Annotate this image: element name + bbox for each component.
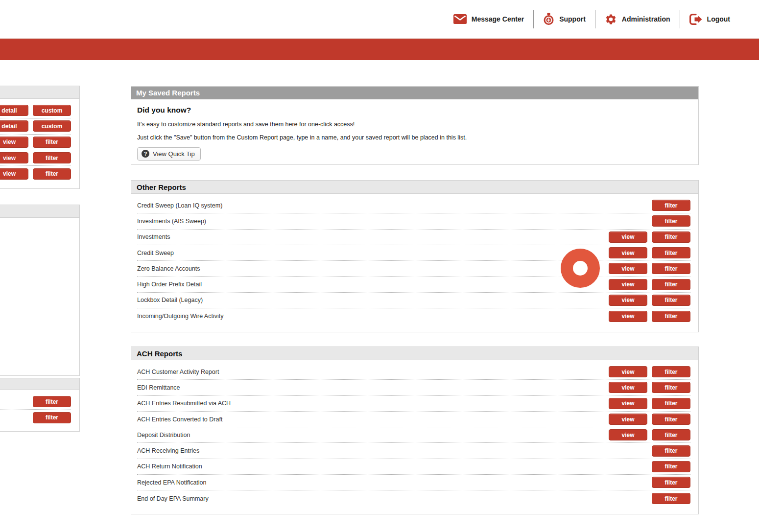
view-button[interactable]: view bbox=[609, 231, 647, 243]
filter-slot: filter bbox=[652, 215, 690, 227]
view-slot: view bbox=[609, 231, 647, 243]
filter-button[interactable]: filter bbox=[33, 152, 71, 163]
button-slot: filter bbox=[33, 152, 71, 163]
saved-reports-tip-line2: Just click the "Save" button from the Cu… bbox=[137, 134, 692, 141]
other-report-row: Credit Sweep (Loan IQ system)filter bbox=[137, 198, 690, 213]
filter-button[interactable]: filter bbox=[652, 493, 690, 504]
report-name: End of Day EPA Summary bbox=[137, 495, 604, 502]
nav-item-logout[interactable]: Logout bbox=[680, 14, 739, 25]
nav-item-support[interactable]: Support bbox=[534, 13, 595, 25]
view-button[interactable]: view bbox=[0, 152, 28, 163]
view-button[interactable]: view bbox=[609, 263, 647, 274]
view-button[interactable]: view bbox=[609, 382, 647, 393]
filter-button[interactable]: filter bbox=[652, 398, 690, 409]
custom-button[interactable]: custom bbox=[33, 120, 71, 132]
ach-reports-list: ACH Customer Activity ReportviewfilterED… bbox=[131, 360, 698, 507]
view-button[interactable]: view bbox=[609, 311, 647, 322]
report-name: ACH Entries Resubmitted via ACH bbox=[137, 400, 604, 407]
filter-slot: filter bbox=[652, 311, 690, 322]
filter-button[interactable]: filter bbox=[33, 396, 71, 407]
detail-button[interactable]: detail bbox=[0, 120, 28, 132]
sidebar-top-row: detailcustom bbox=[0, 103, 71, 118]
ach-report-row: ACH Return Notificationfilter bbox=[137, 459, 690, 475]
view-slot: view bbox=[609, 247, 647, 258]
filter-button[interactable]: filter bbox=[33, 412, 71, 423]
view-quick-tip-button[interactable]: ? View Quick Tip bbox=[137, 147, 201, 161]
button-slot: filter bbox=[33, 396, 71, 407]
other-report-row: Investmentsviewfilter bbox=[137, 230, 690, 245]
view-button[interactable]: view bbox=[609, 279, 647, 290]
filter-button[interactable]: filter bbox=[652, 477, 690, 488]
brand-banner bbox=[0, 38, 759, 60]
filter-slot: filter bbox=[652, 366, 690, 377]
other-report-row: Investments (AIS Sweep)filter bbox=[137, 213, 690, 229]
other-report-row: Credit Sweepviewfilter bbox=[137, 245, 690, 261]
custom-button[interactable]: custom bbox=[33, 105, 71, 116]
report-name: ACH Return Notification bbox=[137, 463, 604, 470]
button-slot: filter bbox=[33, 168, 71, 180]
view-button[interactable]: view bbox=[0, 168, 28, 180]
filter-button[interactable]: filter bbox=[33, 168, 71, 180]
filter-slot: filter bbox=[652, 493, 690, 504]
filter-button[interactable]: filter bbox=[652, 231, 690, 243]
filter-button[interactable]: filter bbox=[33, 137, 71, 148]
report-name: ACH Entries Converted to Draft bbox=[137, 416, 604, 423]
view-slot: view bbox=[609, 429, 647, 440]
button-slot: view bbox=[0, 137, 28, 148]
sidebar-top-row: viewfilter bbox=[0, 166, 71, 182]
view-button[interactable]: view bbox=[609, 295, 647, 306]
filter-button[interactable]: filter bbox=[652, 382, 690, 393]
button-slot: filter bbox=[33, 412, 71, 423]
filter-button[interactable]: filter bbox=[652, 429, 690, 440]
report-name: ACH Receiving Entries bbox=[137, 447, 604, 454]
ach-report-row: ACH Entries Resubmitted via ACHviewfilte… bbox=[137, 396, 690, 412]
report-name: Rejected EPA Notification bbox=[137, 479, 604, 486]
button-slot: detail bbox=[0, 105, 28, 116]
filter-button[interactable]: filter bbox=[652, 215, 690, 227]
report-name: Deposit Distribution bbox=[137, 432, 604, 439]
filter-button[interactable]: filter bbox=[652, 295, 690, 306]
view-slot: view bbox=[609, 366, 647, 377]
sidebar-bottom-row: filter bbox=[0, 410, 71, 425]
report-name: Incoming/Outgoing Wire Activity bbox=[137, 313, 604, 320]
filter-slot: filter bbox=[652, 477, 690, 488]
nav-item-message-center[interactable]: Message Center bbox=[444, 14, 533, 24]
nav-item-administration[interactable]: Administration bbox=[595, 13, 680, 25]
filter-button[interactable]: filter bbox=[652, 366, 690, 377]
filter-slot: filter bbox=[652, 414, 690, 425]
view-button[interactable]: view bbox=[609, 366, 647, 377]
view-button[interactable]: view bbox=[609, 414, 647, 425]
filter-button[interactable]: filter bbox=[652, 279, 690, 290]
view-button[interactable]: view bbox=[609, 398, 647, 409]
report-name: Investments bbox=[137, 233, 604, 240]
filter-button[interactable]: filter bbox=[652, 247, 690, 258]
view-button[interactable]: view bbox=[609, 429, 647, 440]
button-slot: view bbox=[0, 152, 28, 163]
report-name: Credit Sweep bbox=[137, 250, 604, 256]
report-name: Lockbox Detail (Legacy) bbox=[137, 297, 604, 303]
filter-button[interactable]: filter bbox=[652, 445, 690, 457]
sidebar-panel-top: detailcustomdetailcustomviewfilterviewfi… bbox=[0, 86, 80, 189]
filter-button[interactable]: filter bbox=[652, 414, 690, 425]
saved-reports-tip-line1: It's easy to customize standard reports … bbox=[137, 121, 692, 128]
filter-button[interactable]: filter bbox=[652, 263, 690, 274]
other-report-row: High Order Prefix Detailviewfilter bbox=[137, 277, 690, 292]
other-reports-title: Other Reports bbox=[131, 181, 698, 194]
view-slot: view bbox=[609, 295, 647, 306]
nav-item-label: Support bbox=[559, 15, 586, 23]
filter-button[interactable]: filter bbox=[652, 311, 690, 322]
view-slot: view bbox=[609, 414, 647, 425]
detail-button[interactable]: detail bbox=[0, 105, 28, 116]
view-slot: view bbox=[609, 311, 647, 322]
ach-report-row: Deposit Distributionviewfilter bbox=[137, 427, 690, 443]
logout-icon bbox=[689, 14, 702, 25]
filter-button[interactable]: filter bbox=[652, 461, 690, 472]
view-button[interactable]: view bbox=[0, 137, 28, 148]
life-buoy-icon bbox=[543, 13, 554, 25]
ach-report-row: ACH Entries Converted to Draftviewfilter bbox=[137, 412, 690, 427]
ach-report-row: ACH Receiving Entriesfilter bbox=[137, 443, 690, 459]
view-slot: view bbox=[609, 263, 647, 274]
view-button[interactable]: view bbox=[609, 247, 647, 258]
filter-slot: filter bbox=[652, 461, 690, 472]
filter-button[interactable]: filter bbox=[652, 200, 690, 211]
